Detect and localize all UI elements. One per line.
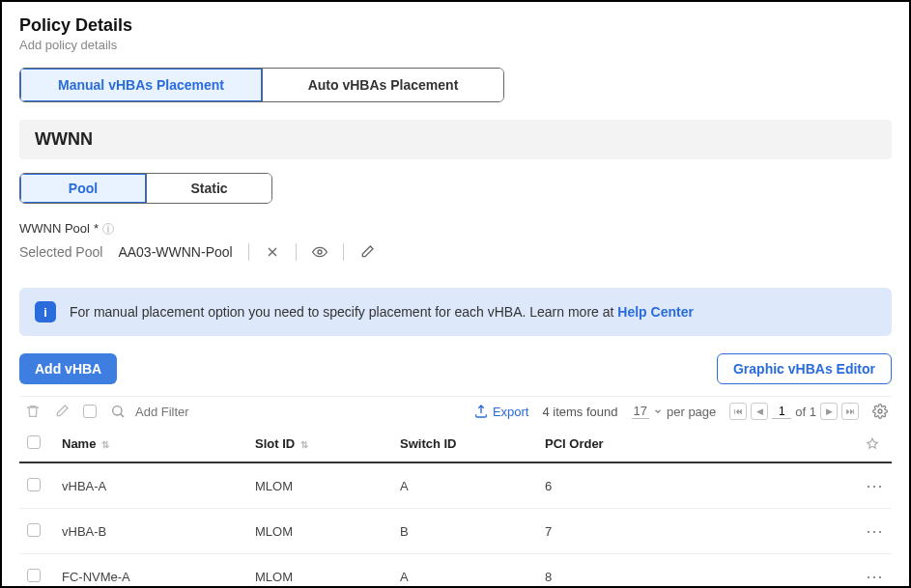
page-subtitle: Add policy details xyxy=(19,38,892,52)
page-first-button[interactable]: ⏮ xyxy=(729,403,747,420)
tab-static[interactable]: Static xyxy=(146,174,271,203)
cell-slot-id: MLOM xyxy=(247,462,392,509)
filter-input[interactable] xyxy=(133,404,327,420)
row-checkbox[interactable] xyxy=(27,478,41,491)
row-checkbox[interactable] xyxy=(27,523,41,537)
toolbar-checkbox[interactable] xyxy=(83,405,97,418)
view-pool-icon[interactable] xyxy=(312,244,327,260)
page-last-button[interactable]: ⏭ xyxy=(841,403,859,420)
row-checkbox[interactable] xyxy=(27,569,41,582)
info-banner: i For manual placement option you need t… xyxy=(19,288,892,336)
page-of-text: of 1 xyxy=(795,405,816,419)
per-page-control[interactable]: 17 per page xyxy=(632,404,717,419)
vhba-table: Name⇅ Slot ID⇅ Switch ID PCI Order vHBA-… xyxy=(19,426,892,588)
graphic-vhbas-editor-button[interactable]: Graphic vHBAs Editor xyxy=(717,353,892,384)
svg-point-2 xyxy=(878,409,882,413)
table-row: vHBA-BMLOMB7⋯ xyxy=(19,509,892,554)
col-name[interactable]: Name xyxy=(62,436,96,451)
edit-pool-icon[interactable] xyxy=(359,244,375,260)
page-next-button[interactable]: ▶ xyxy=(820,403,838,420)
selected-pool-row: Selected Pool AA03-WWNN-Pool xyxy=(19,243,892,261)
page-prev-button[interactable]: ◀ xyxy=(751,403,768,420)
tab-manual-placement[interactable]: Manual vHBAs Placement xyxy=(20,69,262,101)
cell-pci-order: 7 xyxy=(537,509,858,554)
cell-name: vHBA-B xyxy=(54,509,247,554)
bulk-edit-icon[interactable] xyxy=(54,404,70,419)
row-actions-button[interactable]: ⋯ xyxy=(866,567,884,586)
export-button[interactable]: Export xyxy=(473,404,529,419)
delete-icon[interactable] xyxy=(25,404,41,419)
col-pci-order[interactable]: PCI Order xyxy=(545,436,604,451)
placement-segmented-control: Manual vHBAs Placement Auto vHBAs Placem… xyxy=(19,68,504,102)
table-row: vHBA-AMLOMA6⋯ xyxy=(19,462,892,509)
wwnn-section-header: WWNN xyxy=(19,120,892,159)
info-icon[interactable]: i xyxy=(102,223,114,235)
search-icon[interactable] xyxy=(110,404,126,419)
page-title: Policy Details xyxy=(19,15,892,36)
cell-name: FC-NVMe-A xyxy=(54,554,247,589)
table-toolbar: Export 4 items found 17 per page ⏮ ◀ of … xyxy=(19,396,892,426)
wwnn-mode-segmented-control: Pool Static xyxy=(19,173,272,204)
cell-slot-id: MLOM xyxy=(247,509,392,554)
info-banner-text: For manual placement option you need to … xyxy=(70,304,617,320)
col-switch-id[interactable]: Switch ID xyxy=(400,436,457,451)
clear-pool-icon[interactable] xyxy=(265,244,280,260)
gear-icon[interactable] xyxy=(872,404,888,419)
svg-point-1 xyxy=(113,406,122,415)
select-all-checkbox[interactable] xyxy=(27,435,41,449)
table-row: FC-NVMe-AMLOMA8⋯ xyxy=(19,554,892,589)
add-vhba-button[interactable]: Add vHBA xyxy=(19,353,117,384)
row-actions-button[interactable]: ⋯ xyxy=(866,521,884,541)
pagination: ⏮ ◀ of 1 ▶ ⏭ xyxy=(729,403,859,420)
tab-pool[interactable]: Pool xyxy=(20,174,146,203)
cell-name: vHBA-A xyxy=(54,462,247,509)
cell-switch-id: A xyxy=(392,554,537,589)
cell-slot-id: MLOM xyxy=(247,554,392,589)
items-found-text: 4 items found xyxy=(542,405,617,419)
cell-pci-order: 8 xyxy=(537,554,858,589)
pin-icon[interactable] xyxy=(866,437,884,451)
cell-pci-order: 6 xyxy=(537,462,858,509)
selected-pool-value: AA03-WWNN-Pool xyxy=(118,244,232,260)
selected-pool-label: Selected Pool xyxy=(19,244,102,260)
help-center-link[interactable]: Help Center xyxy=(617,304,694,320)
chevron-down-icon xyxy=(653,406,663,416)
wwnn-pool-label: WWNN Pool * i xyxy=(19,221,892,236)
cell-switch-id: B xyxy=(392,509,537,554)
tab-auto-placement[interactable]: Auto vHBAs Placement xyxy=(262,69,503,101)
cell-switch-id: A xyxy=(392,462,537,509)
info-banner-icon: i xyxy=(35,301,56,322)
col-slot-id[interactable]: Slot ID xyxy=(255,436,295,451)
svg-point-0 xyxy=(318,250,322,254)
row-actions-button[interactable]: ⋯ xyxy=(866,476,884,495)
page-current-input[interactable] xyxy=(772,405,791,419)
